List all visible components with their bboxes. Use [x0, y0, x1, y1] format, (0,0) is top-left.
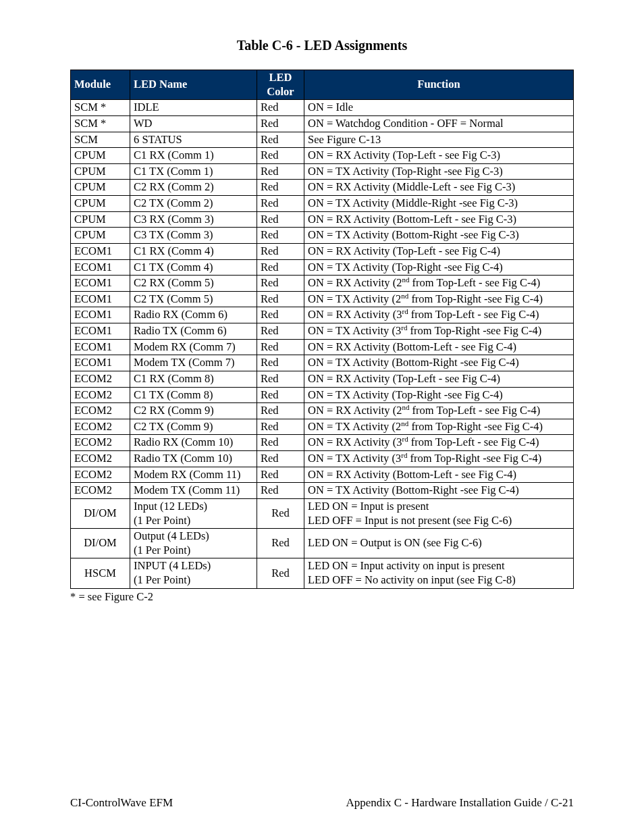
header-color: LED Color — [257, 70, 304, 100]
cell-module: ECOM1 — [71, 243, 130, 259]
cell-led-color: Red — [257, 387, 304, 403]
table-row: ECOM2C2 TX (Comm 9)RedON = TX Activity (… — [71, 419, 574, 435]
cell-module: CPUM — [71, 148, 130, 164]
table-row: ECOM2C2 RX (Comm 9)RedON = RX Activity (… — [71, 403, 574, 419]
cell-led-color: Red — [257, 558, 304, 588]
ordinal-suffix: rd — [402, 307, 408, 315]
cell-led-color: Red — [257, 339, 304, 355]
cell-module: CPUM — [71, 211, 130, 228]
cell-module: ECOM2 — [71, 387, 130, 403]
cell-led-name: C2 RX (Comm 5) — [130, 276, 257, 292]
cell-module: CPUM — [71, 228, 130, 244]
cell-function: ON = RX Activity (Top-Left - see Fig C-4… — [304, 243, 574, 259]
cell-led-name: Modem RX (Comm 11) — [130, 467, 257, 483]
cell-function: ON = RX Activity (2nd from Top-Left - se… — [304, 276, 574, 292]
cell-led-color: Red — [257, 529, 304, 558]
table-row: ECOM2Modem RX (Comm 11)RedON = RX Activi… — [71, 467, 574, 483]
header-module: Module — [71, 70, 130, 100]
cell-led-color: Red — [257, 467, 304, 483]
cell-module: CPUM — [71, 180, 130, 196]
cell-led-name: WD — [130, 115, 257, 132]
cell-led-name: Modem TX (Comm 7) — [130, 355, 257, 371]
ordinal-suffix: nd — [401, 419, 408, 427]
table-row: CPUMC2 TX (Comm 2)RedON = TX Activity (M… — [71, 196, 574, 212]
cell-function: See Figure C-13 — [304, 132, 574, 148]
cell-function: ON = TX Activity (Bottom-Right -see Fig … — [304, 355, 574, 371]
cell-led-color: Red — [257, 163, 304, 180]
cell-function: ON = TX Activity (Top-Right -see Fig C-4… — [304, 259, 574, 276]
cell-led-name: C3 RX (Comm 3) — [130, 211, 257, 228]
cell-function: ON = RX Activity (3rd from Top-Left - se… — [304, 435, 574, 451]
cell-led-color: Red — [257, 276, 304, 292]
table-row: ECOM1Radio RX (Comm 6)RedON = RX Activit… — [71, 307, 574, 323]
cell-led-name: C1 TX (Comm 8) — [130, 387, 257, 403]
cell-led-name: Radio RX (Comm 6) — [130, 307, 257, 323]
table-row: ECOM1C2 TX (Comm 5)RedON = TX Activity (… — [71, 291, 574, 307]
cell-module: DI/OM — [71, 529, 130, 558]
cell-function: ON = TX Activity (Top-Right -see Fig C-3… — [304, 163, 574, 180]
cell-function: ON = TX Activity (2nd from Top-Right -se… — [304, 419, 574, 435]
table-row: ECOM2C1 TX (Comm 8)RedON = TX Activity (… — [71, 387, 574, 403]
cell-led-color: Red — [257, 100, 304, 116]
cell-function: ON = TX Activity (3rd from Top-Right -se… — [304, 451, 574, 467]
cell-led-name: Input (12 LEDs)(1 Per Point) — [130, 498, 257, 528]
cell-function: ON = Idle — [304, 100, 574, 116]
cell-led-name: Radio RX (Comm 10) — [130, 435, 257, 451]
cell-led-color: Red — [257, 180, 304, 196]
ordinal-suffix: rd — [401, 323, 407, 332]
cell-module: ECOM2 — [71, 467, 130, 483]
cell-led-name: C2 RX (Comm 9) — [130, 403, 257, 419]
header-function: Function — [304, 70, 574, 100]
table-row: HSCMINPUT (4 LEDs)(1 Per Point)RedLED ON… — [71, 558, 574, 588]
cell-function: ON = RX Activity (3rd from Top-Left - se… — [304, 307, 574, 323]
cell-led-color: Red — [257, 196, 304, 212]
table-header: Module LED Name LED Color Function — [71, 70, 574, 100]
table-row: CPUMC3 TX (Comm 3)RedON = TX Activity (B… — [71, 228, 574, 244]
led-assignments-table: Module LED Name LED Color Function SCM *… — [70, 70, 574, 589]
cell-module: ECOM2 — [71, 451, 130, 467]
cell-function: ON = Watchdog Condition - OFF = Normal — [304, 115, 574, 132]
cell-led-name: C1 TX (Comm 1) — [130, 163, 257, 180]
cell-function: ON = RX Activity (2nd from Top-Left - se… — [304, 403, 574, 419]
cell-led-name: INPUT (4 LEDs)(1 Per Point) — [130, 558, 257, 588]
cell-function: ON = RX Activity (Middle-Left - see Fig … — [304, 180, 574, 196]
table-row: ECOM2C1 RX (Comm 8)RedON = RX Activity (… — [71, 371, 574, 387]
cell-led-name: C2 RX (Comm 2) — [130, 180, 257, 196]
cell-function: LED ON = Input activity on input is pres… — [304, 558, 574, 588]
cell-led-color: Red — [257, 243, 304, 259]
ordinal-suffix: rd — [402, 435, 408, 443]
cell-led-color: Red — [257, 419, 304, 435]
cell-led-color: Red — [257, 355, 304, 371]
cell-led-name: C2 TX (Comm 9) — [130, 419, 257, 435]
ordinal-suffix: nd — [402, 276, 409, 284]
cell-led-name: IDLE — [130, 100, 257, 116]
cell-function: LED ON = Output is ON (see Fig C-6) — [304, 529, 574, 558]
cell-led-name: Radio TX (Comm 10) — [130, 451, 257, 467]
table-row: ECOM1Radio TX (Comm 6)RedON = TX Activit… — [71, 323, 574, 340]
footnote: * = see Figure C-2 — [70, 590, 574, 604]
table-row: SCM *WDRedON = Watchdog Condition - OFF … — [71, 115, 574, 132]
cell-led-name: C1 TX (Comm 4) — [130, 259, 257, 276]
cell-module: ECOM2 — [71, 435, 130, 451]
table-row: DI/OMInput (12 LEDs)(1 Per Point)RedLED … — [71, 498, 574, 528]
cell-module: ECOM2 — [71, 483, 130, 499]
cell-module: HSCM — [71, 558, 130, 588]
table-row: ECOM1C1 TX (Comm 4)RedON = TX Activity (… — [71, 259, 574, 276]
cell-module: ECOM1 — [71, 307, 130, 323]
cell-led-color: Red — [257, 148, 304, 164]
cell-module: SCM * — [71, 115, 130, 132]
cell-led-name: Modem TX (Comm 11) — [130, 483, 257, 499]
cell-led-name: C1 RX (Comm 8) — [130, 371, 257, 387]
table-row: ECOM1C1 RX (Comm 4)RedON = RX Activity (… — [71, 243, 574, 259]
cell-module: ECOM1 — [71, 323, 130, 340]
table-row: DI/OMOutput (4 LEDs)(1 Per Point)RedLED … — [71, 529, 574, 558]
cell-led-color: Red — [257, 115, 304, 132]
cell-led-name: C1 RX (Comm 1) — [130, 148, 257, 164]
header-name: LED Name — [130, 70, 257, 100]
footer-left: CI-ControlWave EFM — [70, 796, 173, 810]
cell-function: ON = TX Activity (3rd from Top-Right -se… — [304, 323, 574, 340]
cell-function: LED ON = Input is presentLED OFF = Input… — [304, 498, 574, 528]
cell-function: ON = TX Activity (Middle-Right -see Fig … — [304, 196, 574, 212]
cell-function: ON = RX Activity (Top-Left - see Fig C-3… — [304, 148, 574, 164]
table-row: ECOM1Modem RX (Comm 7)RedON = RX Activit… — [71, 339, 574, 355]
